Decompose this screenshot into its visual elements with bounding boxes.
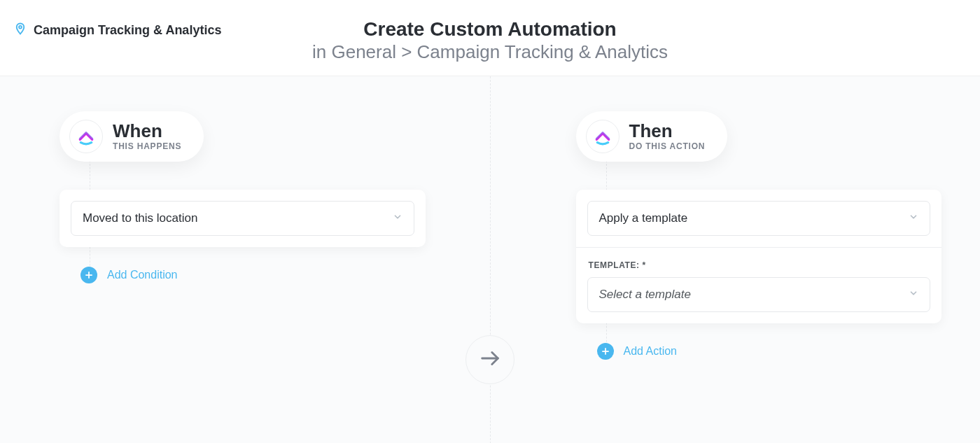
action-selected-value: Apply a template	[599, 211, 688, 225]
plus-icon	[80, 267, 97, 283]
trigger-select[interactable]: Moved to this location	[71, 201, 414, 236]
add-action-button[interactable]: Add Action	[576, 343, 942, 360]
when-column: When THIS HAPPENS Moved to this location…	[0, 111, 496, 443]
chevron-down-icon	[909, 288, 918, 302]
action-card: Apply a template TEMPLATE: * Select a te…	[576, 190, 942, 323]
then-column: Then DO THIS ACTION Apply a template TEM…	[496, 111, 981, 443]
svg-point-0	[19, 26, 22, 29]
breadcrumb[interactable]: Campaign Tracking & Analytics	[14, 22, 221, 38]
then-title: Then	[629, 122, 706, 140]
breadcrumb-location: Campaign Tracking & Analytics	[34, 23, 221, 38]
template-select[interactable]: Select a template	[587, 277, 931, 312]
location-pin-icon	[14, 22, 27, 38]
add-action-label: Add Action	[624, 345, 678, 358]
add-condition-label: Add Condition	[107, 269, 178, 281]
plus-icon	[597, 343, 614, 360]
when-title: When	[113, 122, 181, 140]
header: Campaign Tracking & Analytics Create Cus…	[0, 0, 980, 76]
automation-canvas: When THIS HAPPENS Moved to this location…	[0, 76, 980, 443]
template-placeholder: Select a template	[599, 288, 691, 302]
card-divider	[576, 247, 942, 248]
page-subtitle: in General > Campaign Tracking & Analyti…	[14, 41, 966, 63]
when-subtitle: THIS HAPPENS	[113, 141, 181, 151]
trigger-selected-value: Moved to this location	[83, 211, 197, 225]
when-header-pill: When THIS HAPPENS	[59, 111, 204, 162]
template-field-label: TEMPLATE: *	[589, 260, 930, 270]
then-header-pill: Then DO THIS ACTION	[576, 111, 728, 162]
clickup-logo-icon	[69, 120, 103, 153]
chevron-down-icon	[393, 211, 402, 225]
clickup-logo-icon	[586, 120, 620, 153]
chevron-down-icon	[909, 211, 918, 225]
action-select[interactable]: Apply a template	[587, 201, 931, 236]
trigger-card: Moved to this location	[59, 190, 426, 247]
then-subtitle: DO THIS ACTION	[629, 141, 706, 151]
add-condition-button[interactable]: Add Condition	[59, 267, 426, 283]
